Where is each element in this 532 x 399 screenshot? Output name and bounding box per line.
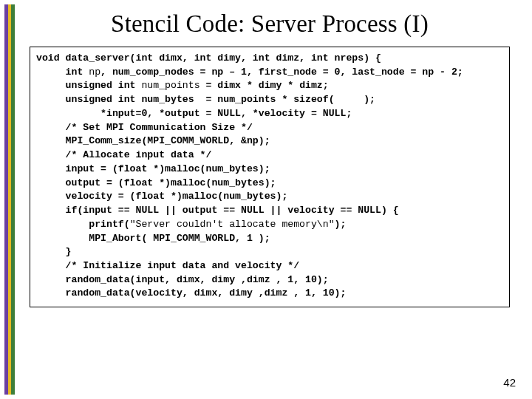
code-line: random_data(velocity, dimx, dimy ,dimz ,… xyxy=(36,287,346,299)
code-line: unsigned int num_points = dimx * dimy * … xyxy=(36,80,329,91)
code-line: output = (float *)malloc(num_bytes); xyxy=(36,177,276,188)
code-line: if(input == NULL || output == NULL || ve… xyxy=(36,205,399,216)
slide-title: Stencil Code: Server Process (I) xyxy=(30,10,510,38)
code-line: /* Set MPI Communication Size */ xyxy=(36,122,253,133)
code-line: printf("Server couldn't allocate memory\… xyxy=(36,219,346,230)
code-line: int np, num_comp_nodes = np – 1, first_n… xyxy=(36,66,463,78)
code-listing: void data_server(int dimx, int dimy, int… xyxy=(36,52,503,301)
code-line: random_data(input, dimx, dimy ,dimz , 1,… xyxy=(36,274,329,285)
page-number: 42 xyxy=(503,376,516,389)
code-line: MPI_Abort( MPI_COMM_WORLD, 1 ); xyxy=(36,233,270,244)
code-line: velocity = (float *)malloc(num_bytes); xyxy=(36,191,287,202)
code-line: unsigned int num_bytes = num_points * si… xyxy=(36,94,375,105)
code-box: void data_server(int dimx, int dimy, int… xyxy=(30,47,510,307)
code-line: /* Initialize input data and velocity */ xyxy=(36,260,299,271)
slide: Stencil Code: Server Process (I) void da… xyxy=(0,0,532,399)
code-line: MPI_Comm_size(MPI_COMM_WORLD, &np); xyxy=(36,135,270,146)
code-line: *input=0, *output = NULL, *velocity = NU… xyxy=(36,108,352,119)
code-line: /* Allocate input data */ xyxy=(36,149,211,160)
code-line: void data_server(int dimx, int dimy, int… xyxy=(36,52,381,64)
code-line: } xyxy=(36,246,71,257)
code-line: input = (float *)malloc(num_bytes); xyxy=(36,163,270,174)
